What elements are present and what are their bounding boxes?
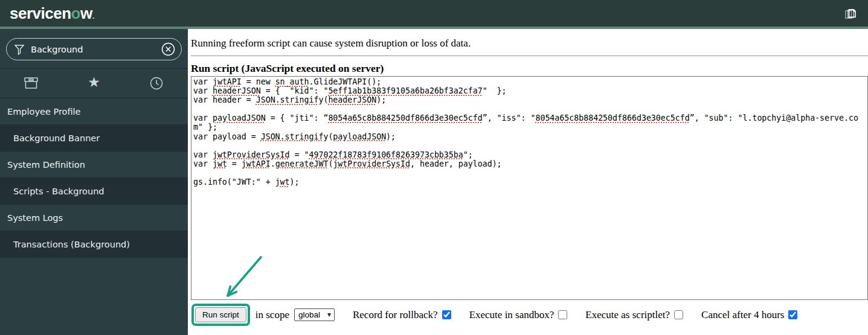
annotation-highlight-box: Run script	[191, 304, 250, 326]
nav-filter-section	[0, 29, 188, 69]
record-rollback-group: Record for rollback?	[353, 309, 451, 321]
scope-select[interactable]: global	[294, 308, 335, 321]
sidebar-item-transactions-background[interactable]: Transactions (Background)	[0, 231, 188, 258]
execute-sandbox-label: Execute in sandbox?	[469, 309, 555, 321]
menu-label: Background Banner	[13, 133, 100, 143]
servicenow-logo: servicenow.	[10, 5, 94, 21]
navigator-tabs: ★	[0, 69, 188, 98]
cancel-after-group: Cancel after 4 hours	[701, 309, 797, 321]
execute-sandbox-checkbox[interactable]	[558, 310, 567, 319]
clear-filter-icon[interactable]	[161, 42, 176, 57]
tab-all-applications[interactable]	[0, 76, 63, 91]
clock-icon	[149, 83, 164, 92]
copy-pages-icon[interactable]	[843, 5, 860, 22]
sidebar-item-system-logs[interactable]: System Logs	[0, 205, 188, 231]
divider-line	[191, 56, 868, 56]
menu-label: System Definition	[7, 160, 85, 170]
logo-text: servicen	[10, 4, 71, 22]
sidebar-item-scripts-background[interactable]: Scripts - Background	[0, 178, 188, 205]
menu-label: Employee Profile	[7, 107, 81, 116]
execute-scriptlet-label: Execute as scriptlet?	[585, 309, 670, 321]
application-navigator: ★ Employee Profile Background Banner Sys…	[0, 29, 188, 335]
logo-text-end: w	[80, 4, 92, 22]
sidebar-item-employee-profile[interactable]: Employee Profile	[0, 98, 188, 125]
star-icon: ★	[88, 74, 100, 90]
warning-text: Running freeform script can cause system…	[191, 37, 868, 49]
record-rollback-checkbox[interactable]	[442, 310, 451, 319]
execute-scriptlet-group: Execute as scriptlet?	[585, 309, 683, 321]
cancel-after-label: Cancel after 4 hours	[701, 309, 784, 321]
tab-favorites[interactable]: ★	[63, 81, 126, 85]
nav-filter-box[interactable]	[6, 38, 182, 60]
box-icon	[24, 83, 39, 92]
execute-scriptlet-checkbox[interactable]	[674, 310, 683, 319]
record-rollback-label: Record for rollback?	[353, 309, 438, 321]
scope-select-wrap: global	[294, 308, 335, 321]
run-script-heading: Run script (JavaScript executed on serve…	[191, 62, 868, 75]
logo-trademark-dot: .	[92, 11, 94, 21]
script-controls: Run script in scope global Record for ro…	[191, 304, 868, 326]
sidebar-item-system-definition[interactable]: System Definition	[0, 152, 188, 178]
menu-label: Transactions (Background)	[13, 240, 130, 249]
background-scripts-page: Running freeform script can cause system…	[188, 29, 868, 335]
menu-label: Scripts - Background	[13, 187, 104, 196]
sidebar-item-background-banner[interactable]: Background Banner	[0, 125, 188, 152]
tab-history[interactable]	[125, 75, 188, 91]
in-scope-label: in scope	[256, 309, 289, 321]
script-editor[interactable]: var jwtAPI = new sn_auth.GlideJWTAPI(); …	[191, 76, 868, 300]
run-script-button[interactable]: Run script	[195, 307, 246, 322]
cancel-after-checkbox[interactable]	[788, 310, 797, 319]
menu-label: System Logs	[7, 213, 63, 223]
navigator-menu: Employee Profile Background Banner Syste…	[0, 98, 188, 258]
logo-green-o: o	[71, 4, 80, 22]
servicenow-app: servicenow.	[0, 0, 868, 335]
execute-sandbox-group: Execute in sandbox?	[469, 309, 568, 321]
app-header: servicenow.	[0, 0, 868, 27]
nav-filter-input[interactable]	[30, 44, 155, 55]
filter-funnel-icon	[14, 44, 24, 55]
